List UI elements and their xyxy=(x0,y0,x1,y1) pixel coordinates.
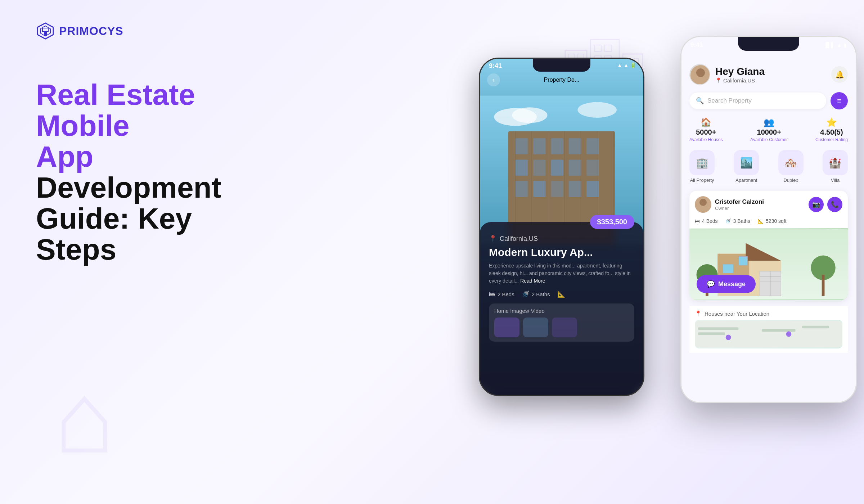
user-avatar xyxy=(689,64,710,85)
nearby-section: 📍 Houses near Your Location xyxy=(689,306,848,353)
notification-button[interactable]: 🔔 xyxy=(831,66,848,83)
beds-spec: 🛏 4 Beds xyxy=(695,218,718,224)
user-header: Hey Giana 📍 California,US 🔔 xyxy=(689,64,848,85)
svg-rect-40 xyxy=(551,181,563,197)
hero-line1: Real Estate Mobile xyxy=(36,79,266,141)
svg-rect-36 xyxy=(569,159,581,175)
property-card: $353,500 📍 California,US Modern Luxury A… xyxy=(480,222,643,395)
home-images-section: Home Images/ Video xyxy=(489,303,634,342)
wifi-icon: ▲ xyxy=(837,42,842,48)
message-button[interactable]: 💬 Message xyxy=(697,275,756,293)
property-name: Modern Luxury Ap... xyxy=(489,246,634,258)
thumbnail-2[interactable] xyxy=(523,318,548,337)
apartment-label: Apartment xyxy=(735,177,757,183)
houses-number: 5000+ xyxy=(689,128,723,136)
villa-icon-box: 🏰 xyxy=(823,150,848,175)
stat-customers: 👥 10000+ Available Customer xyxy=(750,117,788,142)
houses-icon: 🏠 xyxy=(689,117,723,127)
hero-line2-purple: App xyxy=(36,140,93,173)
sqft-icon: 📐 xyxy=(757,218,764,224)
search-input-container[interactable]: 🔍 Search Property xyxy=(689,93,826,109)
category-villa[interactable]: 🏰 Villa xyxy=(823,150,848,183)
back-button[interactable]: ‹ xyxy=(487,73,500,86)
battery-icon: ▮ xyxy=(844,42,847,48)
map-preview xyxy=(695,320,842,348)
svg-rect-71 xyxy=(698,332,725,335)
category-apartment[interactable]: 🏙️ Apartment xyxy=(734,150,759,183)
logo: PRIMOCYS xyxy=(36,22,123,40)
baths-feature: 🚿 2 Baths xyxy=(522,290,550,298)
property-detail-title: Property De... xyxy=(544,77,580,83)
logo-icon xyxy=(36,22,55,40)
message-icon: 💬 xyxy=(707,280,715,288)
owner-role: Owner xyxy=(715,206,764,211)
sqft-text: 5230 sqft xyxy=(766,218,787,224)
map-svg xyxy=(695,320,842,348)
svg-rect-68 xyxy=(739,256,747,265)
thumbnail-3[interactable] xyxy=(552,318,577,337)
svg-rect-34 xyxy=(533,159,546,175)
phone-call-button[interactable]: 📞 xyxy=(827,197,842,212)
apartment-icon-box: 🏙️ xyxy=(734,150,759,175)
phone-front-status: 9:41 ▐▌▌ ▲ ▮ xyxy=(690,41,847,49)
location-icon: 📍 xyxy=(695,310,702,317)
nearby-title: Houses near Your Location xyxy=(705,311,769,317)
svg-rect-70 xyxy=(698,327,738,330)
sqft-spec: 📐 5230 sqft xyxy=(757,218,787,224)
bed-icon: 🛏 xyxy=(695,218,700,224)
image-thumbnails xyxy=(494,318,629,337)
svg-point-25 xyxy=(512,107,548,123)
svg-rect-28 xyxy=(516,138,528,154)
svg-rect-35 xyxy=(551,159,563,175)
search-placeholder-text: Search Property xyxy=(707,97,752,104)
bath-icon: 🚿 xyxy=(725,218,731,224)
property-location: 📍 California,US xyxy=(489,235,634,243)
home-images-title: Home Images/ Video xyxy=(494,308,629,314)
svg-point-53 xyxy=(699,199,707,206)
svg-rect-66 xyxy=(822,275,825,296)
price-badge: $353,500 xyxy=(590,215,634,229)
thumbnail-1[interactable] xyxy=(494,318,519,337)
duplex-icon: 🏘️ xyxy=(784,157,797,169)
owner-info: Cristofer Calzoni Owner xyxy=(695,196,764,213)
hero-line3: Guide: Key Steps xyxy=(36,203,266,265)
customers-icon: 👥 xyxy=(750,117,788,127)
nearby-header: 📍 Houses near Your Location xyxy=(695,310,842,317)
location-text: California,US xyxy=(500,235,538,243)
front-content: Hey Giana 📍 California,US 🔔 🔍 Search P xyxy=(681,57,856,353)
phones-mockup: 9:41 ▲ ▲ 🔋 ‹ Property De... xyxy=(468,22,864,504)
apartment-icon: 🏙️ xyxy=(740,157,753,169)
svg-point-51 xyxy=(693,78,708,85)
phone-back-status-icons: ▲ ▲ 🔋 xyxy=(617,62,636,68)
video-call-button[interactable]: 📷 xyxy=(809,197,824,212)
brand-name: PRIMOCYS xyxy=(59,24,123,38)
front-status-icons: ▐▌▌ ▲ ▮ xyxy=(824,42,847,48)
villa-label: Villa xyxy=(831,177,840,183)
houses-label: Available Houses xyxy=(689,137,723,142)
owner-details: Cristofer Calzoni Owner xyxy=(715,198,764,211)
svg-rect-31 xyxy=(569,138,581,154)
hero-line2: App Development xyxy=(36,141,266,203)
svg-point-75 xyxy=(786,332,791,337)
hero-section: Real Estate Mobile App Development Guide… xyxy=(36,79,266,265)
user-info: Hey Giana 📍 California,US xyxy=(689,64,765,85)
listing-actions: 📷 📞 xyxy=(809,197,842,212)
message-label: Message xyxy=(718,280,746,288)
phone-back-time: 9:41 xyxy=(489,62,502,70)
svg-rect-29 xyxy=(533,138,546,154)
svg-point-26 xyxy=(577,102,617,118)
all-property-icon-box: 🏢 xyxy=(689,150,715,175)
user-greeting: Hey Giana xyxy=(715,66,765,77)
listing-specs: 🛏 4 Beds 🚿 3 Baths 📐 5230 sqft xyxy=(689,218,848,228)
phone-back: 9:41 ▲ ▲ 🔋 ‹ Property De... xyxy=(479,58,644,396)
category-duplex[interactable]: 🏘️ Duplex xyxy=(778,150,804,183)
filter-button[interactable]: ≡ xyxy=(831,92,848,109)
phone-front-screen: 9:41 ▐▌▌ ▲ ▮ xyxy=(681,37,856,402)
read-more-link[interactable]: Read More xyxy=(520,278,545,284)
svg-rect-30 xyxy=(551,138,563,154)
category-all-property[interactable]: 🏢 All Property xyxy=(689,150,715,183)
rating-label: Customer Rating xyxy=(815,137,848,142)
sqft-feature: 📐 xyxy=(557,290,565,298)
svg-rect-73 xyxy=(802,326,829,328)
phone-back-screen: 9:41 ▲ ▲ 🔋 ‹ Property De... xyxy=(480,59,643,395)
